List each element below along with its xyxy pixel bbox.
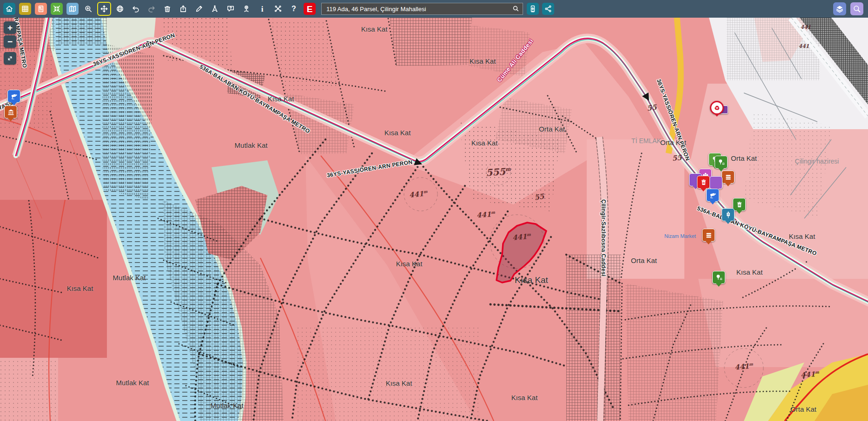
- measure-icon: [211, 5, 219, 13]
- tool-parcel-grid[interactable]: [19, 3, 31, 15]
- badge-icon: ♻: [714, 105, 720, 111]
- tool-draw[interactable]: [193, 3, 205, 15]
- tool-report[interactable]: [35, 3, 47, 15]
- cctv-pin[interactable]: [706, 189, 719, 202]
- zoom-in-icon: [84, 5, 93, 13]
- bin-icon: [735, 201, 743, 209]
- search-icon: [853, 5, 861, 13]
- poi-pin-purple[interactable]: [709, 176, 722, 189]
- tool-share[interactable]: [542, 3, 554, 15]
- park-pin-c[interactable]: [712, 271, 725, 284]
- tool-network[interactable]: [272, 3, 284, 15]
- bin-icon: [700, 178, 708, 186]
- map-canvas[interactable]: Kısa KatKısa KatKısa KatKısa KatKısa Kat…: [0, 18, 868, 421]
- pan-icon: [100, 5, 108, 13]
- mobile-app-icon: [529, 5, 537, 13]
- tool-export[interactable]: [177, 3, 189, 15]
- tool-zoom-in[interactable]: [82, 3, 94, 15]
- bread-icon: [705, 231, 713, 239]
- tool-comment-question[interactable]: [225, 3, 237, 15]
- network-icon: [274, 5, 282, 13]
- fit-extent-icon: [53, 5, 61, 13]
- tool-search[interactable]: [850, 2, 863, 15]
- info-label: i: [261, 5, 264, 13]
- gis-app: i?E: [0, 0, 868, 421]
- delete-icon: [163, 5, 172, 13]
- tool-street-view[interactable]: [240, 3, 252, 15]
- cctv-pin-left[interactable]: [7, 90, 20, 103]
- waste-bin-pin[interactable]: [697, 176, 710, 189]
- eimar-logo-label: E: [307, 5, 313, 13]
- parcel-grid-icon: [21, 5, 29, 13]
- toolbar: i?E: [0, 0, 868, 18]
- recycle-bin-pin[interactable]: [733, 198, 746, 211]
- tool-globe[interactable]: [114, 3, 126, 15]
- toolbar-tools: i?E: [3, 3, 316, 15]
- tool-mobile-app[interactable]: [527, 3, 539, 15]
- tool-map-location[interactable]: [66, 3, 79, 15]
- agriculture-pin[interactable]: [722, 208, 735, 221]
- tree-icon: [717, 158, 725, 166]
- share-icon: [544, 5, 552, 13]
- map-zoom-controls: +−: [4, 21, 16, 66]
- recycle-point-pin[interactable]: ♻: [710, 101, 724, 115]
- draw-icon: [195, 5, 203, 13]
- export-icon: [179, 5, 187, 13]
- fullscreen-button[interactable]: [4, 52, 16, 65]
- bakery-pin-b[interactable]: [702, 229, 715, 242]
- report-icon: [37, 5, 45, 13]
- globe-icon: [116, 5, 124, 13]
- park-pin-b[interactable]: [715, 156, 728, 169]
- toolbar-actions: [527, 3, 554, 15]
- tool-undo[interactable]: [130, 3, 142, 15]
- camera-icon: [709, 191, 717, 199]
- comment-question-icon: [226, 5, 235, 13]
- search-icon[interactable]: [512, 5, 519, 12]
- tool-measure[interactable]: [209, 3, 221, 15]
- tool-help[interactable]: ?: [288, 3, 300, 15]
- tool-home[interactable]: [3, 3, 15, 15]
- museum-pin-left[interactable]: [4, 105, 17, 118]
- tool-layers[interactable]: [833, 2, 846, 15]
- bread-icon: [724, 173, 732, 181]
- wheat-icon: [724, 211, 732, 219]
- camera-icon: [10, 92, 18, 100]
- street-view-icon: [242, 5, 251, 13]
- zoom-in-button[interactable]: +: [4, 21, 16, 34]
- tool-redo[interactable]: [146, 3, 158, 15]
- tool-eimar-logo[interactable]: E: [304, 3, 316, 15]
- search-box: [321, 3, 523, 15]
- search-input[interactable]: [321, 3, 523, 15]
- tool-info[interactable]: i: [256, 3, 268, 15]
- help-label: ?: [292, 5, 296, 13]
- toolbar-right: [833, 2, 863, 15]
- basemap[interactable]: [0, 18, 868, 421]
- zoom-out-button[interactable]: −: [4, 35, 16, 48]
- bakery-pin-a[interactable]: [722, 171, 735, 184]
- tree-icon: [715, 274, 723, 282]
- tool-fit-extent[interactable]: [51, 3, 63, 15]
- building-icon: [7, 108, 15, 116]
- redo-icon: [147, 5, 156, 13]
- tool-delete[interactable]: [161, 3, 173, 15]
- home-icon: [5, 5, 13, 13]
- layers-icon: [835, 5, 844, 13]
- undo-icon: [132, 5, 140, 13]
- map-location-icon: [68, 5, 77, 13]
- tool-pan[interactable]: [98, 3, 110, 15]
